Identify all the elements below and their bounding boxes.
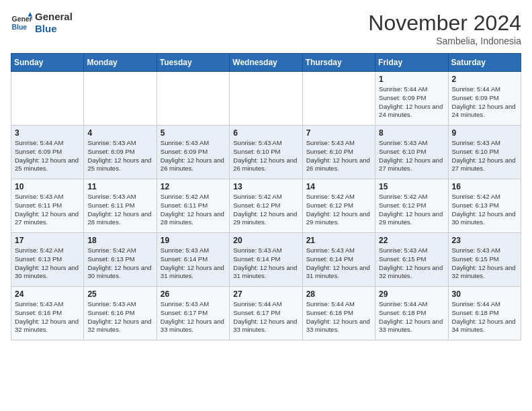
day-info: Sunrise: 5:43 AMSunset: 6:15 PMDaylight:… xyxy=(379,246,444,281)
title-block: November 2024 Sambelia, Indonesia xyxy=(368,11,521,46)
day-number: 1 xyxy=(379,75,444,84)
calendar-cell: 14Sunrise: 5:42 AMSunset: 6:12 PMDayligh… xyxy=(302,179,375,233)
calendar-week-4: 17Sunrise: 5:42 AMSunset: 6:13 PMDayligh… xyxy=(11,233,521,287)
calendar-cell: 7Sunrise: 5:43 AMSunset: 6:10 PMDaylight… xyxy=(302,126,375,179)
day-info: Sunrise: 5:43 AMSunset: 6:16 PMDaylight:… xyxy=(15,300,80,334)
day-info: Sunrise: 5:44 AMSunset: 6:09 PMDaylight:… xyxy=(452,85,517,120)
calendar-body: 1Sunrise: 5:44 AMSunset: 6:09 PMDaylight… xyxy=(11,72,521,340)
day-info: Sunrise: 5:44 AMSunset: 6:18 PMDaylight:… xyxy=(306,300,371,334)
day-number: 12 xyxy=(161,182,226,191)
day-header-wednesday: Wednesday xyxy=(230,54,302,72)
day-number: 7 xyxy=(306,128,371,138)
calendar-cell: 28Sunrise: 5:44 AMSunset: 6:18 PMDayligh… xyxy=(302,287,375,340)
calendar-week-1: 1Sunrise: 5:44 AMSunset: 6:09 PMDaylight… xyxy=(11,72,521,126)
calendar-cell: 5Sunrise: 5:43 AMSunset: 6:09 PMDaylight… xyxy=(157,126,229,179)
calendar-cell: 20Sunrise: 5:43 AMSunset: 6:14 PMDayligh… xyxy=(230,233,302,287)
day-info: Sunrise: 5:43 AMSunset: 6:09 PMDaylight:… xyxy=(161,139,226,173)
svg-text:General: General xyxy=(12,15,32,23)
day-number: 10 xyxy=(15,182,80,191)
calendar-cell: 16Sunrise: 5:42 AMSunset: 6:13 PMDayligh… xyxy=(448,179,521,233)
svg-text:Blue: Blue xyxy=(12,24,28,31)
calendar-cell: 26Sunrise: 5:43 AMSunset: 6:17 PMDayligh… xyxy=(157,287,229,340)
day-number: 15 xyxy=(379,182,444,191)
day-info: Sunrise: 5:44 AMSunset: 6:17 PMDaylight:… xyxy=(233,300,298,334)
day-header-monday: Monday xyxy=(84,54,157,72)
calendar-cell: 18Sunrise: 5:42 AMSunset: 6:13 PMDayligh… xyxy=(84,233,157,287)
day-info: Sunrise: 5:43 AMSunset: 6:14 PMDaylight:… xyxy=(161,246,226,281)
calendar-cell: 12Sunrise: 5:42 AMSunset: 6:11 PMDayligh… xyxy=(157,179,229,233)
day-info: Sunrise: 5:44 AMSunset: 6:18 PMDaylight:… xyxy=(452,300,517,334)
day-info: Sunrise: 5:43 AMSunset: 6:15 PMDaylight:… xyxy=(452,246,517,281)
calendar-table: SundayMondayTuesdayWednesdayThursdayFrid… xyxy=(11,53,521,340)
day-info: Sunrise: 5:44 AMSunset: 6:09 PMDaylight:… xyxy=(15,139,80,173)
day-info: Sunrise: 5:43 AMSunset: 6:17 PMDaylight:… xyxy=(161,300,226,334)
day-number: 26 xyxy=(161,289,226,299)
logo-icon: General Blue xyxy=(11,12,32,34)
day-info: Sunrise: 5:43 AMSunset: 6:14 PMDaylight:… xyxy=(306,246,371,281)
day-number: 18 xyxy=(87,236,152,245)
day-info: Sunrise: 5:43 AMSunset: 6:10 PMDaylight:… xyxy=(233,139,298,173)
day-info: Sunrise: 5:43 AMSunset: 6:10 PMDaylight:… xyxy=(452,139,517,173)
calendar-header-row: SundayMondayTuesdayWednesdayThursdayFrid… xyxy=(11,54,521,72)
calendar-cell: 1Sunrise: 5:44 AMSunset: 6:09 PMDaylight… xyxy=(375,72,448,126)
day-info: Sunrise: 5:44 AMSunset: 6:18 PMDaylight:… xyxy=(379,300,444,334)
calendar-cell: 15Sunrise: 5:42 AMSunset: 6:12 PMDayligh… xyxy=(375,179,448,233)
day-info: Sunrise: 5:43 AMSunset: 6:11 PMDaylight:… xyxy=(15,193,80,227)
calendar-week-2: 3Sunrise: 5:44 AMSunset: 6:09 PMDaylight… xyxy=(11,126,521,179)
day-info: Sunrise: 5:42 AMSunset: 6:13 PMDaylight:… xyxy=(87,246,152,281)
day-info: Sunrise: 5:43 AMSunset: 6:10 PMDaylight:… xyxy=(306,139,371,173)
calendar-cell xyxy=(302,72,375,126)
calendar-cell: 22Sunrise: 5:43 AMSunset: 6:15 PMDayligh… xyxy=(375,233,448,287)
day-info: Sunrise: 5:44 AMSunset: 6:09 PMDaylight:… xyxy=(379,85,444,120)
day-info: Sunrise: 5:43 AMSunset: 6:10 PMDaylight:… xyxy=(379,139,444,173)
svg-marker-2 xyxy=(28,12,32,16)
calendar-cell xyxy=(11,72,84,126)
calendar-cell: 4Sunrise: 5:43 AMSunset: 6:09 PMDaylight… xyxy=(84,126,157,179)
day-number: 22 xyxy=(379,236,444,245)
day-number: 11 xyxy=(87,182,152,191)
calendar-week-5: 24Sunrise: 5:43 AMSunset: 6:16 PMDayligh… xyxy=(11,287,521,340)
day-number: 16 xyxy=(452,182,517,191)
day-number: 5 xyxy=(161,128,226,138)
calendar-cell xyxy=(157,72,229,126)
day-info: Sunrise: 5:43 AMSunset: 6:09 PMDaylight:… xyxy=(87,139,152,173)
day-number: 21 xyxy=(306,236,371,245)
calendar-cell: 27Sunrise: 5:44 AMSunset: 6:17 PMDayligh… xyxy=(230,287,302,340)
day-number: 23 xyxy=(452,236,517,245)
calendar-cell: 2Sunrise: 5:44 AMSunset: 6:09 PMDaylight… xyxy=(448,72,521,126)
day-header-thursday: Thursday xyxy=(302,54,375,72)
day-number: 19 xyxy=(161,236,226,245)
calendar-cell: 23Sunrise: 5:43 AMSunset: 6:15 PMDayligh… xyxy=(448,233,521,287)
calendar-cell: 9Sunrise: 5:43 AMSunset: 6:10 PMDaylight… xyxy=(448,126,521,179)
calendar-cell xyxy=(84,72,157,126)
day-number: 2 xyxy=(452,75,517,84)
day-number: 25 xyxy=(87,289,152,299)
calendar-cell: 21Sunrise: 5:43 AMSunset: 6:14 PMDayligh… xyxy=(302,233,375,287)
day-header-saturday: Saturday xyxy=(448,54,521,72)
calendar-cell: 8Sunrise: 5:43 AMSunset: 6:10 PMDaylight… xyxy=(375,126,448,179)
day-info: Sunrise: 5:42 AMSunset: 6:12 PMDaylight:… xyxy=(233,193,298,227)
calendar-cell: 17Sunrise: 5:42 AMSunset: 6:13 PMDayligh… xyxy=(11,233,84,287)
day-number: 20 xyxy=(233,236,298,245)
calendar-cell: 6Sunrise: 5:43 AMSunset: 6:10 PMDaylight… xyxy=(230,126,302,179)
logo: General Blue General Blue xyxy=(11,11,73,35)
day-info: Sunrise: 5:42 AMSunset: 6:12 PMDaylight:… xyxy=(306,193,371,227)
month-title: November 2024 xyxy=(368,11,521,36)
day-number: 4 xyxy=(87,128,152,138)
calendar-cell: 25Sunrise: 5:43 AMSunset: 6:16 PMDayligh… xyxy=(84,287,157,340)
calendar-week-3: 10Sunrise: 5:43 AMSunset: 6:11 PMDayligh… xyxy=(11,179,521,233)
day-info: Sunrise: 5:42 AMSunset: 6:12 PMDaylight:… xyxy=(379,193,444,227)
page-header: General Blue General Blue November 2024 … xyxy=(11,11,521,46)
day-number: 6 xyxy=(233,128,298,138)
day-info: Sunrise: 5:43 AMSunset: 6:11 PMDaylight:… xyxy=(87,193,152,227)
day-info: Sunrise: 5:42 AMSunset: 6:13 PMDaylight:… xyxy=(15,246,80,281)
calendar-cell: 3Sunrise: 5:44 AMSunset: 6:09 PMDaylight… xyxy=(11,126,84,179)
calendar-cell: 11Sunrise: 5:43 AMSunset: 6:11 PMDayligh… xyxy=(84,179,157,233)
day-number: 9 xyxy=(452,128,517,138)
calendar-cell: 19Sunrise: 5:43 AMSunset: 6:14 PMDayligh… xyxy=(157,233,229,287)
day-header-sunday: Sunday xyxy=(11,54,84,72)
day-number: 29 xyxy=(379,289,444,299)
day-info: Sunrise: 5:43 AMSunset: 6:16 PMDaylight:… xyxy=(87,300,152,334)
day-header-tuesday: Tuesday xyxy=(157,54,229,72)
calendar-cell: 24Sunrise: 5:43 AMSunset: 6:16 PMDayligh… xyxy=(11,287,84,340)
